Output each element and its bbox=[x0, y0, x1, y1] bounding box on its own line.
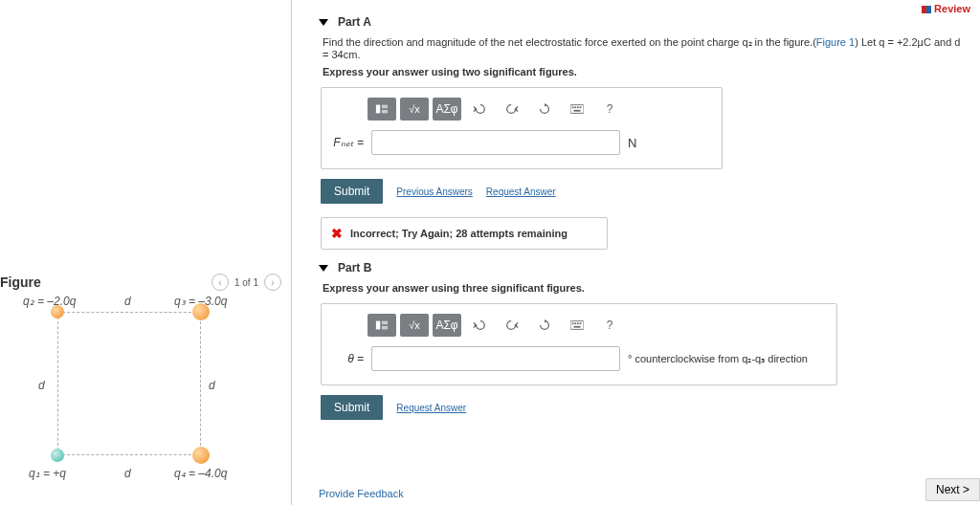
caret-down-icon bbox=[319, 265, 328, 272]
redo-button[interactable] bbox=[498, 314, 526, 337]
part-a-unit: N bbox=[628, 136, 636, 150]
part-a-instruction: Express your answer using two significan… bbox=[323, 66, 961, 77]
figure-next-button[interactable]: › bbox=[264, 274, 281, 291]
reset-icon bbox=[538, 102, 551, 116]
part-b-answer-box: √x ΑΣφ ? θ = ° counterclockwise from q₂-… bbox=[321, 303, 837, 385]
flag-icon bbox=[922, 6, 931, 13]
undo-icon bbox=[473, 318, 486, 332]
figure-diagram: q₂ = –2.0q q₃ = –3.0q q₁ = +q q₄ = –4.0q… bbox=[29, 302, 249, 494]
keyboard-button[interactable] bbox=[563, 314, 591, 337]
figure-1-link[interactable]: Figure 1 bbox=[816, 36, 855, 48]
reset-button[interactable] bbox=[530, 98, 559, 121]
next-button[interactable]: Next > bbox=[925, 478, 980, 501]
svg-rect-4 bbox=[572, 106, 574, 108]
charge-q4-label: q₄ = –4.0q bbox=[174, 467, 227, 480]
keyboard-icon bbox=[570, 102, 584, 116]
svg-rect-11 bbox=[382, 326, 388, 330]
reset-button[interactable] bbox=[530, 314, 559, 337]
svg-rect-17 bbox=[574, 326, 581, 328]
svg-rect-1 bbox=[382, 105, 388, 109]
svg-rect-7 bbox=[580, 106, 582, 108]
svg-rect-6 bbox=[577, 106, 579, 108]
part-b-unit: ° counterclockwise from q₂-q₃ direction bbox=[628, 353, 808, 365]
charge-q4-node bbox=[192, 447, 210, 464]
svg-rect-16 bbox=[580, 322, 582, 324]
templates-icon bbox=[375, 102, 389, 116]
redo-icon bbox=[505, 102, 519, 116]
part-a-answer-input[interactable] bbox=[371, 130, 620, 155]
part-a-feedback: ✖ Incorrect; Try Again; 28 attempts rema… bbox=[321, 217, 608, 250]
svg-rect-5 bbox=[574, 106, 576, 108]
figure-prev-button[interactable]: ‹ bbox=[212, 274, 229, 291]
keyboard-icon bbox=[570, 318, 584, 332]
part-a-answer-box: √x ΑΣφ ? Fₙₑₜ = N bbox=[321, 87, 723, 169]
figure-page-indicator: 1 of 1 bbox=[234, 277, 258, 288]
part-a-title: Part A bbox=[338, 15, 371, 29]
part-b-submit-button[interactable]: Submit bbox=[321, 395, 383, 420]
charge-q2-label: q₂ = –2.0q bbox=[23, 295, 76, 308]
charge-q1-label: q₁ = +q bbox=[29, 467, 66, 480]
caret-down-icon bbox=[319, 19, 328, 26]
svg-rect-13 bbox=[572, 322, 574, 324]
undo-button[interactable] bbox=[465, 314, 494, 337]
part-b-title: Part B bbox=[338, 261, 371, 274]
greek-button[interactable]: ΑΣφ bbox=[433, 98, 461, 121]
svg-rect-8 bbox=[574, 110, 581, 112]
d-bottom: d bbox=[124, 467, 131, 480]
redo-icon bbox=[505, 318, 519, 332]
svg-rect-2 bbox=[382, 110, 388, 114]
d-top: d bbox=[124, 295, 131, 308]
svg-rect-12 bbox=[570, 321, 584, 330]
svg-rect-9 bbox=[376, 321, 380, 330]
greek-button[interactable]: ΑΣφ bbox=[433, 314, 461, 337]
part-b-instruction: Express your answer using three signific… bbox=[323, 282, 961, 294]
d-left: d bbox=[38, 379, 45, 392]
charge-q1-node bbox=[51, 449, 64, 462]
part-a-question: Find the direction and magnitude of the … bbox=[323, 36, 961, 60]
part-b-header[interactable]: Part B bbox=[319, 261, 961, 274]
svg-rect-14 bbox=[574, 322, 576, 324]
figure-pager: ‹ 1 of 1 › bbox=[212, 274, 281, 291]
figure-heading: Figure bbox=[0, 274, 41, 290]
d-right: d bbox=[209, 379, 215, 392]
review-link[interactable]: Review bbox=[922, 3, 970, 14]
undo-button[interactable] bbox=[465, 98, 494, 121]
sqrt-button[interactable]: √x bbox=[400, 314, 429, 337]
svg-rect-10 bbox=[382, 321, 388, 325]
svg-rect-0 bbox=[376, 105, 380, 114]
template-picker-button[interactable] bbox=[368, 98, 396, 121]
svg-rect-15 bbox=[577, 322, 579, 324]
part-b-answer-input[interactable] bbox=[371, 346, 620, 371]
keyboard-button[interactable] bbox=[563, 98, 591, 121]
redo-button[interactable] bbox=[498, 98, 526, 121]
templates-icon bbox=[375, 318, 389, 332]
sqrt-button[interactable]: √x bbox=[400, 98, 429, 121]
provide-feedback-link[interactable]: Provide Feedback bbox=[319, 488, 404, 499]
help-button[interactable]: ? bbox=[595, 314, 624, 337]
undo-icon bbox=[473, 102, 486, 116]
template-picker-button[interactable] bbox=[368, 314, 396, 337]
part-a-previous-answers-link[interactable]: Previous Answers bbox=[396, 187, 472, 197]
part-a-submit-button[interactable]: Submit bbox=[321, 179, 383, 204]
part-a-request-answer-link[interactable]: Request Answer bbox=[486, 187, 556, 197]
reset-icon bbox=[538, 318, 551, 332]
part-a-header[interactable]: Part A bbox=[319, 15, 961, 29]
part-b-var-label: θ = bbox=[333, 352, 364, 365]
help-button[interactable]: ? bbox=[595, 98, 624, 121]
charge-q3-label: q₃ = –3.0q bbox=[174, 295, 227, 308]
incorrect-icon: ✖ bbox=[331, 226, 343, 241]
part-a-var-label: Fₙₑₜ = bbox=[333, 136, 364, 149]
part-b-request-answer-link[interactable]: Request Answer bbox=[396, 403, 466, 413]
svg-rect-3 bbox=[570, 105, 584, 114]
